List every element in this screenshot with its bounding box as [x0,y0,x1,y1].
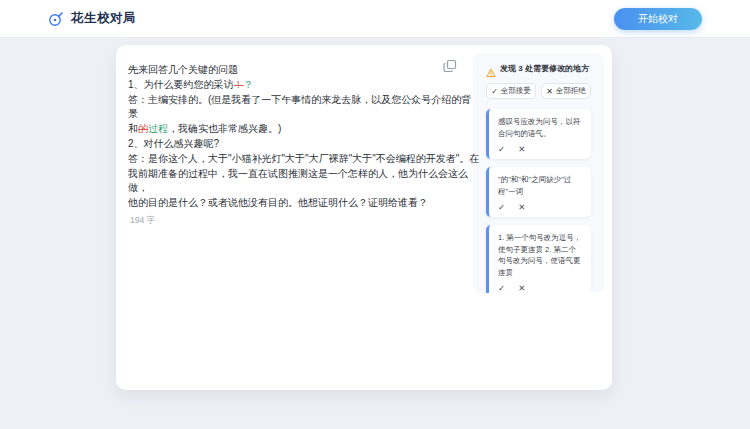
deleted-text[interactable]: 的 [138,123,148,134]
document-card: 先来回答几个关键的问题 1、为什么要约您的采访！？ 答：主编安排的。(但是我看了… [116,45,612,390]
app-title: 花生校对局 [71,10,136,27]
suggestion-text: 感叹号应改为问号，以符合问句的语气。 [498,116,583,139]
suggestion-actions: ✓ ✕ [498,144,583,154]
suggestions-header-text: 发现 3 处需要修改的地方 [500,63,589,74]
word-count: 194 字 [128,215,461,227]
suggestions-header: 发现 3 处需要修改的地方 [486,63,591,74]
copy-icon[interactable] [443,59,457,73]
check-icon: ✓ [491,87,498,96]
document-text: 先来回答几个关键的问题 1、为什么要约您的采访！？ 答：主编安排的。(但是我看了… [128,63,480,211]
reject-all-label: 全部拒绝 [556,86,586,96]
accept-all-label: 全部接受 [501,86,531,96]
deleted-text[interactable]: ！ [234,79,244,90]
suggestion-actions: ✓ ✕ [498,202,583,212]
suggestions-panel: 发现 3 处需要修改的地方 ✓ 全部接受 ✕ 全部拒绝 感叹号应改为问号，以符合… [473,53,604,293]
app-header: 花生校对局 开始校对 [0,0,750,38]
suggestion-card: "的"和"和"之间缺少"过程"一词 ✓ ✕ [486,167,591,217]
accept-suggestion-button[interactable]: ✓ [498,144,505,154]
accept-all-button[interactable]: ✓ 全部接受 [486,83,536,99]
added-text[interactable]: ？ [244,79,254,90]
accept-suggestion-button[interactable]: ✓ [498,283,505,293]
accept-suggestion-button[interactable]: ✓ [498,202,505,212]
suggestion-text: "的"和"和"之间缺少"过程"一词 [498,174,583,197]
bulk-actions: ✓ 全部接受 ✕ 全部拒绝 [486,83,591,99]
warning-icon [486,64,496,74]
document-text-area[interactable]: 先来回答几个关键的问题 1、为什么要约您的采访！？ 答：主编安排的。(但是我看了… [124,53,465,382]
reject-all-button[interactable]: ✕ 全部拒绝 [541,83,591,99]
reject-suggestion-button[interactable]: ✕ [518,202,525,212]
cross-icon: ✕ [546,87,553,96]
brand: 花生校对局 [48,10,136,27]
suggestion-card: 1. 第一个句号改为逗号，使句子更连贯 2. 第二个句号改为问号，使语气更连贯 … [486,225,591,293]
app-logo-icon [48,11,64,27]
reject-suggestion-button[interactable]: ✕ [518,144,525,154]
text-segment: 先来回答几个关键的问题 1、为什么要约您的采访 [128,64,238,90]
suggestion-card: 感叹号应改为问号，以符合问句的语气。 ✓ ✕ [486,109,591,159]
text-segment: ，我确实也非常感兴趣。) 2、对什么感兴趣呢? 答：是你这个人，大于"小猫补光灯… [128,123,479,208]
suggestion-text: 1. 第一个句号改为逗号，使句子更连贯 2. 第二个句号改为问号，使语气更连贯 [498,232,583,278]
start-proofread-button[interactable]: 开始校对 [614,8,702,30]
added-text[interactable]: 过程 [148,123,168,134]
suggestion-actions: ✓ ✕ [498,283,583,293]
reject-suggestion-button[interactable]: ✕ [518,283,525,293]
